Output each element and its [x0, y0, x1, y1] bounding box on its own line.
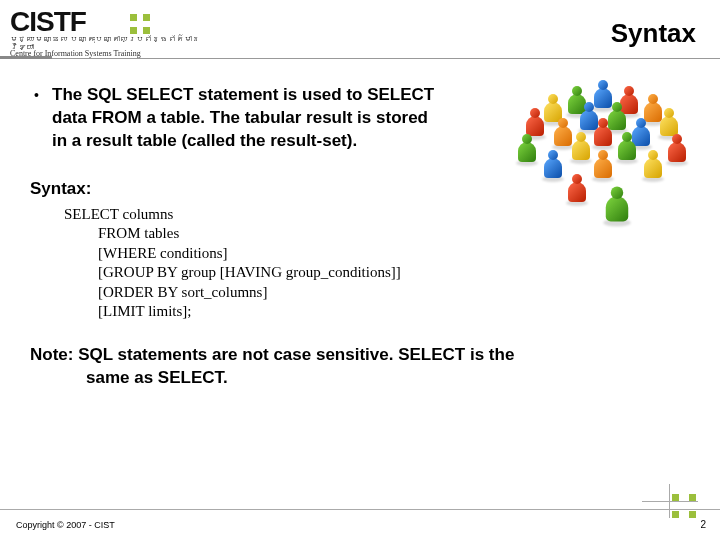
page-title: Syntax	[611, 18, 696, 49]
title-divider-accent	[0, 56, 52, 59]
pawns-illustration	[508, 74, 708, 234]
syntax-line: [LIMIT limits];	[98, 302, 696, 322]
footer-decorative-dots	[672, 494, 696, 518]
syntax-line: [ORDER BY sort_columns]	[98, 283, 696, 303]
copyright-text: Copyright © 2007 - CIST	[16, 520, 115, 530]
logo-area: CISTF មជ្ឈមណ្ឌល បណ្តុះបណ្តាលប្រព័ន្ធព័ត៌…	[10, 6, 210, 58]
logo-decorative-dots	[130, 14, 150, 34]
logo-text: CISTF	[10, 6, 210, 38]
title-divider	[0, 58, 720, 59]
note-body-line1: SQL statements are not case sensitive. S…	[73, 345, 514, 364]
note-label: Note:	[30, 345, 73, 364]
footer-divider	[0, 509, 720, 510]
bullet-text: The SQL SELECT statement is used to SELE…	[52, 84, 442, 153]
slide: CISTF មជ្ឈមណ្ឌល បណ្តុះបណ្តាលប្រព័ន្ធព័ត៌…	[0, 0, 720, 540]
syntax-line: [GROUP BY group [HAVING group_conditions…	[98, 263, 696, 283]
page-number: 2	[700, 519, 706, 530]
note-body-line2: same as SELECT.	[86, 367, 696, 390]
footer-decorative-line-v	[669, 484, 670, 518]
bullet-icon: •	[30, 84, 52, 106]
note-block: Note: SQL statements are not case sensit…	[30, 344, 696, 390]
syntax-line: [WHERE conditions]	[98, 244, 696, 264]
